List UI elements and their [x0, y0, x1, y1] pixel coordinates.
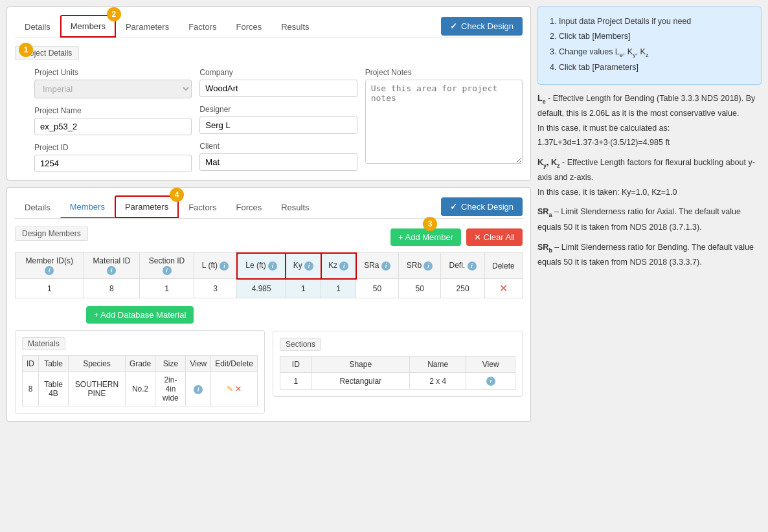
col-srb: SRb i — [398, 253, 441, 279]
sec-cell-view[interactable]: i — [466, 373, 515, 390]
check-design-button-top[interactable]: ✓ Check Design — [441, 17, 523, 36]
mat-cell-edit-delete[interactable]: ✎ ✕ — [211, 372, 258, 406]
le-info-icon[interactable]: i — [268, 261, 277, 271]
mat-col-table: Table — [39, 356, 69, 372]
project-notes-group: Project Notes — [365, 68, 523, 164]
project-name-input[interactable] — [34, 118, 192, 135]
ky-description: Ky, Kz - Effective Length factors for fl… — [537, 155, 762, 200]
project-name-label: Project Name — [34, 106, 192, 115]
srb-term: SRb — [537, 243, 552, 252]
designer-input[interactable] — [199, 116, 357, 134]
sra-info-icon[interactable]: i — [381, 261, 390, 271]
tab-results-top[interactable]: Results — [271, 16, 319, 37]
tab-parameters-bottom[interactable]: Parameters 4 — [115, 195, 179, 218]
project-notes-label: Project Notes — [365, 68, 523, 77]
sec-cell-id: 1 — [280, 373, 312, 390]
col-le: Le (ft) i — [237, 253, 286, 279]
instruction-box: Input data Project Details if you need C… — [537, 6, 762, 85]
ky-info-icon[interactable]: i — [304, 261, 313, 271]
mat-view-icon[interactable]: i — [194, 385, 203, 394]
mat-cell-id: 8 — [23, 372, 39, 406]
mat-cell-view[interactable]: i — [186, 372, 211, 406]
sec-view-icon[interactable]: i — [486, 377, 495, 386]
project-notes-textarea[interactable] — [365, 80, 523, 164]
sec-cell-name: 2 x 4 — [409, 373, 466, 390]
tab-details[interactable]: Details — [15, 16, 60, 37]
project-id-input[interactable] — [34, 155, 192, 172]
clear-all-button[interactable]: ✕ Clear All — [466, 228, 523, 246]
client-label: Client — [199, 142, 357, 151]
col-delete: Delete — [484, 253, 522, 279]
tab-factors-bottom[interactable]: Factors — [179, 197, 226, 217]
member-id-info-icon[interactable]: i — [45, 266, 54, 275]
tab-parameters-label: Parameters — [125, 202, 168, 212]
sections-sub-section: Sections ID Shape Name View — [273, 331, 523, 397]
cell-srb: 50 — [398, 279, 441, 298]
description-box: Le - Effective Length for Bending (Table… — [537, 91, 762, 275]
project-id-group: Project ID — [34, 143, 192, 172]
cell-sra: 50 — [356, 279, 399, 298]
mat-col-id: ID — [23, 356, 39, 372]
col-material-id: Material ID i — [84, 253, 140, 279]
table-row: 1 8 1 3 4.985 1 1 50 50 250 ✕ — [16, 279, 523, 298]
project-units-select[interactable]: Imperial — [34, 80, 192, 98]
mat-col-edit-delete: Edit/Delete — [211, 356, 258, 372]
sections-row: 1 Rectangular 2 x 4 i — [280, 373, 515, 390]
tab-members-top[interactable]: Members 2 — [60, 15, 116, 38]
srb-description: SRb – Limit Slenderness ratio for Bendin… — [537, 240, 762, 270]
materials-section: + Add Database Material Materials ID Tab… — [15, 306, 265, 414]
l-info-icon[interactable]: i — [220, 261, 229, 271]
materials-sub-section: Materials ID Table Species Grade Size Vi… — [15, 330, 265, 414]
cell-l: 3 — [194, 279, 237, 298]
mat-delete-icon[interactable]: ✕ — [235, 384, 242, 393]
tab-members-bottom[interactable]: Members — [60, 196, 115, 218]
instruction-2: Click tab [Members] — [559, 30, 753, 43]
mat-edit-icon[interactable]: ✎ — [227, 384, 233, 393]
design-members-label: Design Members — [15, 227, 88, 241]
company-input[interactable] — [199, 80, 357, 97]
tab-details-bottom[interactable]: Details — [15, 197, 60, 217]
instruction-3: Change values Le, Ky, Kz — [559, 45, 753, 60]
defl-info-icon[interactable]: i — [468, 261, 477, 271]
add-db-material-button[interactable]: + Add Database Material — [86, 306, 194, 324]
sec-col-view: View — [466, 357, 515, 373]
kz-info-icon[interactable]: i — [339, 261, 348, 271]
check-design-button-bottom[interactable]: ✓ Check Design — [441, 197, 523, 216]
section-id-info-icon[interactable]: i — [163, 266, 172, 275]
cell-defl: 250 — [441, 279, 484, 298]
delete-row-icon[interactable]: ✕ — [499, 283, 508, 294]
cell-kz: 1 — [321, 279, 356, 298]
mat-col-size: Size — [155, 356, 186, 372]
material-id-info-icon[interactable]: i — [107, 266, 116, 275]
client-group: Client — [199, 142, 357, 171]
project-units-label: Project Units — [34, 68, 192, 77]
col-ky: Ky i — [286, 253, 321, 279]
cell-material-id: 8 — [84, 279, 140, 298]
tab-results-bottom[interactable]: Results — [271, 197, 319, 217]
col-sra: SRa i — [356, 253, 399, 279]
col-section-id: Section ID i — [140, 253, 194, 279]
materials-table: ID Table Species Grade Size View Edit/De… — [22, 355, 258, 406]
sec-col-name: Name — [409, 357, 466, 373]
project-id-label: Project ID — [34, 143, 192, 152]
checkmark-icon-bottom: ✓ — [450, 202, 457, 212]
mat-col-grade: Grade — [125, 356, 155, 372]
check-design-label-bottom: Check Design — [461, 202, 514, 212]
tab-forces-bottom[interactable]: Forces — [226, 197, 271, 217]
client-input[interactable] — [199, 153, 357, 171]
cell-member-id: 1 — [16, 279, 84, 298]
designer-label: Designer — [199, 105, 357, 114]
sra-description: SRa – Limit Slenderness ratio for Axial.… — [537, 205, 762, 234]
col-kz: Kz i — [321, 253, 356, 279]
cell-delete[interactable]: ✕ — [484, 279, 522, 298]
add-member-button[interactable]: + Add Member — [390, 228, 461, 246]
company-group: Company — [199, 68, 357, 97]
srb-info-icon[interactable]: i — [424, 261, 433, 271]
tab-factors-top[interactable]: Factors — [179, 16, 226, 37]
badge-2: 2 — [107, 7, 121, 21]
cell-le: 4.985 — [237, 279, 286, 298]
badge-1: 1 — [19, 43, 33, 57]
tab-forces-top[interactable]: Forces — [226, 16, 271, 37]
le-description: Le - Effective Length for Bending (Table… — [537, 91, 762, 150]
tab-parameters-top[interactable]: Parameters — [116, 16, 179, 37]
